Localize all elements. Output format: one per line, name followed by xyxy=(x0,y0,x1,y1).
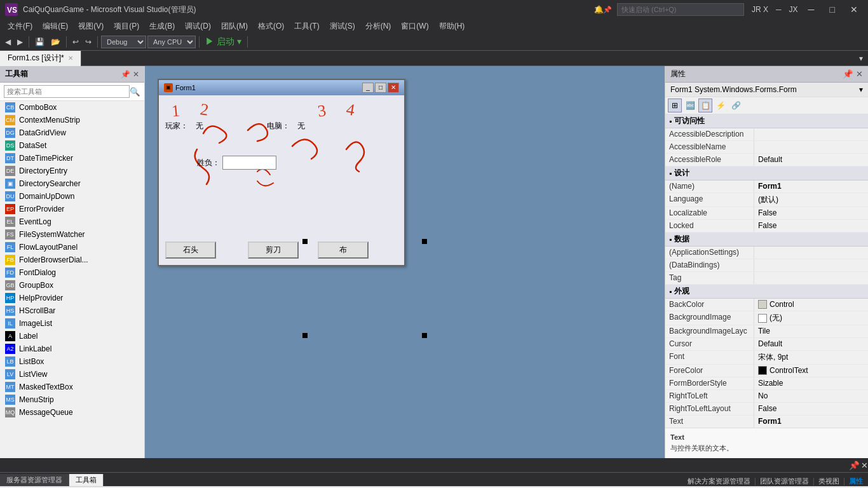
toolbox-list-item[interactable]: FLFlowLayoutPanel xyxy=(0,241,144,254)
menu-item[interactable]: 团队(M) xyxy=(216,20,253,33)
platform-select[interactable]: Any CPU x86 x64 xyxy=(147,36,196,48)
tab-dropdown-icon[interactable]: ▾ xyxy=(859,54,863,63)
win-input[interactable] xyxy=(222,156,276,170)
toolbox-list-item[interactable]: DGDataGridView xyxy=(0,126,144,139)
props-value[interactable] xyxy=(754,247,868,259)
props-propbind-btn[interactable]: 🔗 xyxy=(729,98,743,112)
menu-item[interactable]: 窗口(W) xyxy=(396,20,433,33)
props-value[interactable]: Tile xyxy=(754,325,868,337)
toolbox-list-item[interactable]: MQMessageQueue xyxy=(0,406,144,419)
props-group[interactable]: ▪可访问性 xyxy=(665,114,868,128)
resize-handle-bottom[interactable] xyxy=(302,239,308,244)
toolbox-list-item[interactable]: ELEventLog xyxy=(0,215,144,228)
quick-launch-input[interactable] xyxy=(617,3,744,16)
toolbox-list-item[interactable]: DUDomainUpDown xyxy=(0,190,144,203)
props-value[interactable]: Default xyxy=(754,338,868,350)
menu-item[interactable]: 分析(N) xyxy=(360,20,397,33)
props-group[interactable]: ▪外观 xyxy=(665,285,868,299)
toolbar-forward[interactable]: ▶ xyxy=(15,36,25,48)
server-explorer-tab[interactable]: 服务器资源管理器 xyxy=(0,474,69,486)
props-events-btn[interactable]: ⚡ xyxy=(714,98,728,112)
toolbox-list-item[interactable]: MSMenuStrip xyxy=(0,393,144,406)
props-value[interactable]: Form1 xyxy=(754,416,868,428)
props-pin-button[interactable]: 📌 xyxy=(843,69,853,79)
scissors-button[interactable]: 剪刀 xyxy=(248,241,299,259)
toolbox-pin-button[interactable]: 📌 xyxy=(121,70,130,79)
toolbox-list-item[interactable]: A2LinkLabel xyxy=(0,342,144,355)
toolbox-list-item[interactable]: ALabel xyxy=(0,330,144,342)
form-maximize-btn[interactable]: □ xyxy=(375,83,386,93)
props-value[interactable]: Default xyxy=(754,154,868,166)
maximize-button[interactable]: □ xyxy=(825,3,840,16)
toolbox-list-item[interactable]: LBListBox xyxy=(0,355,144,368)
menu-item[interactable]: 项目(P) xyxy=(109,20,144,33)
toolbox-list-item[interactable]: EPErrorProvider xyxy=(0,203,144,215)
toolbox-list-item[interactable]: HPHelpProvider xyxy=(0,292,144,304)
toolbox-list-item[interactable]: CMContextMenuStrip xyxy=(0,114,144,126)
toolbox-list-item[interactable]: ILImageList xyxy=(0,317,144,330)
menu-item[interactable]: 测试(S) xyxy=(325,20,360,33)
props-group[interactable]: ▪数据 xyxy=(665,233,868,247)
tab-close-icon[interactable]: ✕ xyxy=(68,55,73,62)
toolbox-list-item[interactable]: FSFileSystemWatcher xyxy=(0,228,144,241)
props-value[interactable]: ControlText xyxy=(754,365,868,377)
resize-handle-left[interactable] xyxy=(302,333,308,338)
form-minimize-btn[interactable]: _ xyxy=(362,83,374,93)
props-value[interactable]: False xyxy=(754,207,868,219)
props-value[interactable] xyxy=(754,272,868,284)
props-object-selector[interactable]: Form1 System.Windows.Forms.Form ▾ xyxy=(665,83,868,97)
menu-item[interactable]: 调试(D) xyxy=(180,20,216,33)
props-value[interactable]: 宋体, 9pt xyxy=(754,351,868,364)
menu-item[interactable]: 格式(O) xyxy=(253,20,289,33)
start-button[interactable]: ▶ 启动 ▾ xyxy=(203,35,244,49)
toolbox-tab[interactable]: 工具箱 xyxy=(69,474,104,486)
props-value[interactable]: False xyxy=(754,403,868,415)
props-value[interactable]: Sizable xyxy=(754,377,868,390)
props-value[interactable]: (无) xyxy=(754,311,868,325)
toolbox-list-item[interactable]: DSDataSet xyxy=(0,139,144,152)
toolbar-redo[interactable]: ↪ xyxy=(83,36,94,48)
props-value[interactable] xyxy=(754,259,868,271)
toolbar-undo[interactable]: ↩ xyxy=(70,36,81,48)
toolbox-close-button[interactable]: ✕ xyxy=(133,70,139,79)
design-canvas[interactable]: ▣ Form1 _ □ ✕ 1 2 3 4 xyxy=(145,66,665,458)
form-design-tab[interactable]: Form1.cs [设计]* ✕ xyxy=(0,51,81,66)
bottom-right-props-link[interactable]: 属性 xyxy=(849,477,863,486)
resize-handle-corner[interactable] xyxy=(422,333,427,338)
toolbox-list-item[interactable]: FDFontDialog xyxy=(0,266,144,279)
stone-button[interactable]: 石头 xyxy=(165,241,216,259)
props-value[interactable]: Form1 xyxy=(754,180,868,193)
toolbox-list-item[interactable]: DEDirectoryEntry xyxy=(0,165,144,177)
close-button[interactable]: ✕ xyxy=(845,3,863,16)
props-value[interactable]: (默认) xyxy=(754,193,868,207)
form-close-btn[interactable]: ✕ xyxy=(388,83,399,93)
toolbox-list-item[interactable]: GBGroupBox xyxy=(0,279,144,292)
toolbar-save[interactable]: 💾 xyxy=(32,36,47,48)
toolbox-search-button[interactable]: 🔍 xyxy=(130,87,140,97)
props-alphabetical-btn[interactable]: 🔤 xyxy=(683,98,697,112)
debug-config-select[interactable]: Debug Release xyxy=(101,36,146,48)
toolbar-back[interactable]: ◀ xyxy=(3,36,13,48)
toolbox-list-item[interactable]: HSHScrollBar xyxy=(0,304,144,317)
props-props-btn[interactable]: 📋 xyxy=(698,98,712,112)
toolbox-list-item[interactable]: MTMaskedTextBox xyxy=(0,381,144,393)
toolbar-open[interactable]: 📂 xyxy=(48,36,63,48)
menu-item[interactable]: 视图(V) xyxy=(73,20,109,33)
props-group[interactable]: ▪设计 xyxy=(665,166,868,180)
bottom-panel-close[interactable]: ✕ xyxy=(861,461,868,470)
props-value[interactable] xyxy=(754,128,868,140)
toolbox-search-input[interactable] xyxy=(4,85,130,98)
menu-item[interactable]: 帮助(H) xyxy=(434,20,470,33)
cloth-button[interactable]: 布 xyxy=(318,241,369,259)
props-value[interactable]: No xyxy=(754,390,868,402)
menu-item[interactable]: 编辑(E) xyxy=(37,20,73,33)
menu-item[interactable]: 工具(T) xyxy=(289,20,324,33)
bottom-panel-pin[interactable]: 📌 xyxy=(849,461,860,470)
props-categorized-btn[interactable]: ⊞ xyxy=(668,98,682,112)
props-value[interactable] xyxy=(754,141,868,153)
props-value[interactable]: Control xyxy=(754,299,868,311)
toolbox-list-item[interactable]: CBComboBox xyxy=(0,101,144,114)
toolbox-list-item[interactable]: DTDateTimePicker xyxy=(0,152,144,165)
props-close-button[interactable]: ✕ xyxy=(856,69,863,79)
toolbox-list-item[interactable]: ▣DirectorySearcher xyxy=(0,177,144,190)
